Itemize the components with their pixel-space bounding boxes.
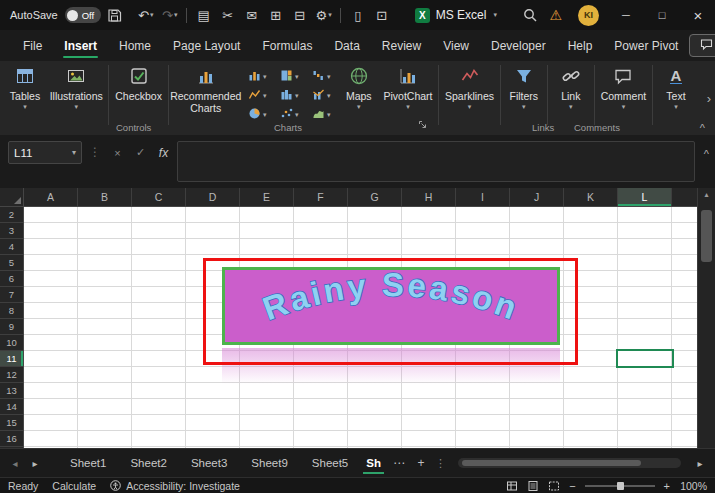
scroll-right-button[interactable]: ▸	[691, 452, 709, 474]
accessibility-status[interactable]: Accessibility: Investigate	[110, 480, 240, 492]
row-header-7[interactable]: 7	[0, 287, 23, 303]
column-header-b[interactable]: B	[78, 188, 132, 206]
insert-function-button[interactable]: fx	[154, 141, 173, 164]
recommended-charts-button[interactable]: Recommended Charts	[171, 63, 241, 121]
insert-statistic-chart-button[interactable]: ▾	[275, 87, 304, 105]
redo-button[interactable]: ↷▾	[158, 2, 181, 28]
sheet-tab-sheet1[interactable]: Sheet1	[58, 449, 118, 477]
checkbox-button[interactable]: Checkbox	[111, 63, 165, 121]
text-button[interactable]: A Text ▾	[655, 63, 697, 121]
workbook-button[interactable]: ⊡	[370, 2, 393, 28]
page-layout-view-button[interactable]	[527, 480, 539, 492]
comments-button[interactable]: Comments	[689, 34, 715, 57]
horizontal-scroll-thumb[interactable]	[462, 460, 640, 466]
column-header-a[interactable]: A	[24, 188, 78, 206]
user-avatar[interactable]: KI	[578, 5, 599, 26]
row-header-3[interactable]: 3	[0, 223, 23, 239]
vertical-scroll-thumb[interactable]	[701, 210, 712, 262]
filters-button[interactable]: Filters ▾	[503, 63, 545, 121]
tables-button[interactable]: Tables ▾	[4, 63, 46, 121]
sheet-tab-sheet2[interactable]: Sheet2	[118, 449, 178, 477]
menu-tab-power-pivot[interactable]: Power Pivot	[603, 30, 689, 61]
sparklines-button[interactable]: Sparklines ▾	[441, 63, 498, 121]
insert-table-button[interactable]: ⊞	[264, 2, 287, 28]
red-frame-shape[interactable]	[203, 258, 578, 365]
column-header-c[interactable]: C	[132, 188, 186, 206]
more-sheets-button[interactable]: ⋯	[389, 452, 409, 474]
scroll-up-icon[interactable]: ▴	[698, 190, 715, 199]
row-header-14[interactable]: 14	[0, 399, 23, 415]
sheet-tab-sheet5[interactable]: Sheet5	[300, 449, 360, 477]
normal-view-button[interactable]	[506, 480, 518, 492]
pivotchart-button[interactable]: PivotChart ▾	[380, 63, 437, 121]
sheet-tab-active[interactable]: Sh	[360, 449, 387, 477]
maximize-button[interactable]: □	[645, 0, 679, 30]
charts-dialog-launcher[interactable]	[418, 118, 427, 132]
column-header-k[interactable]: K	[564, 188, 618, 206]
save-button[interactable]	[103, 2, 126, 28]
zoom-level[interactable]: 100%	[679, 480, 707, 492]
insert-line-chart-button[interactable]: ▾	[243, 87, 272, 105]
column-header-g[interactable]: G	[348, 188, 402, 206]
column-header-l[interactable]: L	[618, 188, 672, 206]
enter-button[interactable]: ✓	[131, 141, 150, 164]
row-header-15[interactable]: 15	[0, 415, 23, 431]
undo-button[interactable]: ↶▾	[134, 2, 157, 28]
column-header-d[interactable]: D	[186, 188, 240, 206]
row-header-10[interactable]: 10	[0, 335, 23, 351]
row-header-12[interactable]: 12	[0, 367, 23, 383]
column-header-e[interactable]: E	[240, 188, 294, 206]
zoom-out-button[interactable]: −	[569, 480, 575, 492]
settings-button[interactable]: ⚙▾	[312, 2, 335, 28]
insert-column-chart-button[interactable]: ▾	[243, 68, 272, 86]
new-sheet-button[interactable]: +	[411, 452, 431, 474]
zoom-slider[interactable]	[585, 485, 655, 487]
menu-tab-help[interactable]: Help	[557, 30, 604, 61]
insert-hierarchy-chart-button[interactable]: ▾	[275, 68, 304, 86]
expand-formula-bar-button[interactable]: ^	[704, 148, 709, 160]
insert-pie-chart-button[interactable]: ▾	[243, 106, 272, 124]
sheet-tab-sheet3[interactable]: Sheet3	[179, 449, 239, 477]
menu-tab-developer[interactable]: Developer	[480, 30, 557, 61]
row-header-8[interactable]: 8	[0, 303, 23, 319]
formula-input[interactable]	[177, 141, 695, 182]
zoom-slider-thumb[interactable]	[617, 482, 624, 490]
column-header-i[interactable]: I	[456, 188, 510, 206]
column-header-f[interactable]: F	[294, 188, 348, 206]
illustrations-button[interactable]: Illustrations ▾	[46, 63, 106, 121]
name-box[interactable]: L11 ▾	[8, 141, 82, 164]
comment-button[interactable]: Comment ▾	[597, 63, 650, 121]
cut-button[interactable]: ✂	[216, 2, 239, 28]
menu-tab-file[interactable]: File	[12, 30, 53, 61]
window-button[interactable]: ⊟	[288, 2, 311, 28]
column-header-j[interactable]: J	[510, 188, 564, 206]
vertical-scrollbar[interactable]: ▴	[697, 188, 715, 448]
row-header-2[interactable]: 2	[0, 207, 23, 223]
menu-tab-data[interactable]: Data	[323, 30, 370, 61]
minimize-button[interactable]: ─	[609, 0, 643, 30]
search-button[interactable]	[518, 2, 541, 28]
row-header-5[interactable]: 5	[0, 255, 23, 271]
ribbon-more-button[interactable]: ›	[707, 91, 711, 106]
insert-waterfall-chart-button[interactable]: ▾	[307, 68, 336, 86]
row-header-11[interactable]: 11	[0, 351, 23, 367]
sheet-tab-sheet9[interactable]: Sheet9	[239, 449, 299, 477]
calculate-status[interactable]: Calculate	[52, 480, 96, 492]
row-header-4[interactable]: 4	[0, 239, 23, 255]
column-header-partial[interactable]	[672, 188, 697, 206]
row-header-13[interactable]: 13	[0, 383, 23, 399]
paste-button[interactable]: ▤	[192, 2, 215, 28]
insert-surface-chart-button[interactable]: ▾	[307, 106, 336, 124]
autosave-toggle[interactable]: Off	[65, 7, 102, 23]
menu-tab-page-layout[interactable]: Page Layout	[162, 30, 251, 61]
column-header-h[interactable]: H	[402, 188, 456, 206]
menu-tab-formulas[interactable]: Formulas	[251, 30, 323, 61]
mail-button[interactable]: ✉	[240, 2, 263, 28]
menu-tab-view[interactable]: View	[432, 30, 480, 61]
active-cell-selection[interactable]	[616, 349, 674, 368]
cancel-button[interactable]: ×	[108, 141, 127, 164]
insert-combo-chart-button[interactable]: ▾	[307, 87, 336, 105]
link-button[interactable]: Link ▾	[550, 63, 592, 121]
close-button[interactable]: ×	[681, 0, 715, 30]
menu-tab-home[interactable]: Home	[108, 30, 162, 61]
